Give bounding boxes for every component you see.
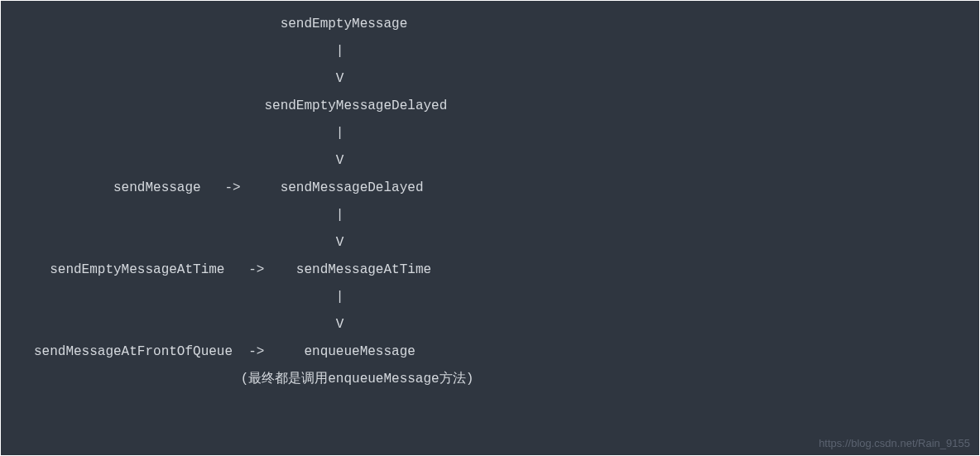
code-line: (最终都是调用enqueueMessage方法) xyxy=(34,366,979,393)
code-line: | xyxy=(34,120,979,147)
code-line: sendMessageAtFrontOfQueue -> enqueueMess… xyxy=(34,338,979,366)
code-line: V xyxy=(34,65,979,93)
watermark: https://blog.csdn.net/Rain_9155 xyxy=(819,437,970,449)
code-block: sendEmptyMessage | V sendEmptyMessageDel… xyxy=(1,1,979,455)
code-line: sendEmptyMessage xyxy=(34,11,979,38)
code-line: V xyxy=(34,147,979,175)
code-line: sendEmptyMessageDelayed xyxy=(34,93,979,120)
code-line: | xyxy=(34,284,979,311)
code-line: V xyxy=(34,311,979,338)
code-line: sendEmptyMessageAtTime -> sendMessageAtT… xyxy=(34,257,979,284)
code-line: sendMessage -> sendMessageDelayed xyxy=(34,175,979,202)
code-line: | xyxy=(34,38,979,65)
code-line: | xyxy=(34,202,979,229)
code-line: V xyxy=(34,229,979,257)
